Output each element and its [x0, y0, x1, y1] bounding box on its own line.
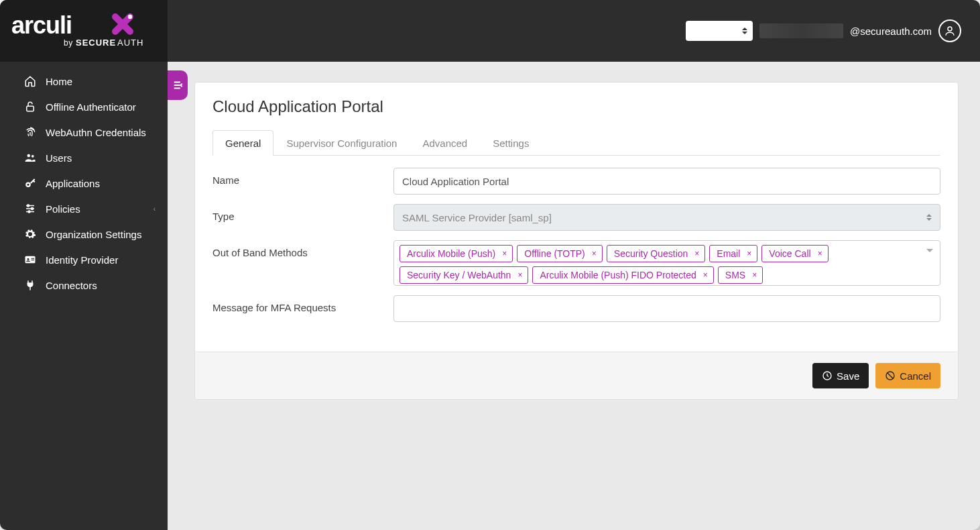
name-input[interactable]	[393, 168, 940, 195]
sidebar-item-offline-authenticator[interactable]: Offline Authenticator	[0, 94, 168, 119]
sidebar-item-organization-settings[interactable]: Organization Settings	[0, 221, 168, 247]
page-title: Cloud Application Portal	[212, 97, 940, 116]
oob-tag-label: Arculix Mobile (Push) FIDO Protected	[540, 270, 696, 280]
oob-label: Out of Band Methods	[212, 240, 393, 258]
tag-remove-icon[interactable]: ×	[818, 249, 822, 258]
svg-point-12	[32, 208, 34, 210]
clock-icon	[822, 370, 833, 381]
svg-rect-17	[32, 258, 35, 259]
id-card-icon	[24, 254, 36, 266]
chevron-down-icon	[926, 249, 933, 252]
svg-point-1	[128, 15, 132, 19]
sidebar-item-home[interactable]: Home	[0, 68, 168, 94]
form-footer: Save Cancel	[195, 352, 958, 399]
tag-remove-icon[interactable]: ×	[502, 249, 507, 258]
sidebar: Home Offline Authenticator WebAuthn Cred…	[0, 62, 168, 530]
name-label: Name	[212, 168, 393, 186]
sidebar-item-users[interactable]: Users	[0, 145, 168, 170]
sidebar-item-label: Identity Provider	[46, 254, 118, 266]
plug-icon	[24, 279, 36, 291]
svg-text:AUTH: AUTH	[117, 38, 143, 48]
sidebar-item-connectors[interactable]: Connectors	[0, 272, 168, 298]
tenant-dropdown[interactable]	[686, 21, 753, 41]
avatar[interactable]	[938, 19, 961, 42]
svg-point-5	[948, 27, 952, 31]
type-select: SAML Service Provider [saml_sp]	[393, 204, 940, 231]
svg-point-13	[28, 211, 30, 213]
sidebar-item-policies[interactable]: Policies ‹	[0, 196, 168, 221]
sidebar-item-applications[interactable]: Applications	[0, 170, 168, 196]
ban-icon	[885, 370, 896, 381]
sliders-icon	[24, 203, 36, 215]
sidebar-collapse-toggle[interactable]	[168, 70, 188, 100]
tag-remove-icon[interactable]: ×	[592, 249, 597, 258]
svg-point-7	[27, 154, 31, 158]
user-email-suffix: @secureauth.com	[850, 25, 932, 37]
svg-text:by: by	[64, 38, 73, 48]
home-icon	[24, 75, 36, 87]
tab-supervisor-configuration[interactable]: Supervisor Configuration	[273, 130, 410, 156]
oob-tag-label: SMS	[725, 270, 745, 280]
user-icon	[944, 25, 956, 37]
tag-remove-icon[interactable]: ×	[517, 270, 522, 280]
tabs: General Supervisor Configuration Advance…	[212, 129, 940, 156]
oob-methods-multiselect[interactable]: Arculix Mobile (Push)×Offline (TOTP)×Sec…	[393, 240, 940, 286]
type-label: Type	[212, 204, 393, 222]
tab-settings[interactable]: Settings	[480, 130, 542, 156]
oob-tag: Security Key / WebAuthn×	[400, 266, 528, 284]
cancel-button-label: Cancel	[900, 370, 931, 382]
chevron-updown-icon	[926, 214, 932, 221]
save-button-label: Save	[837, 370, 859, 382]
arculix-logo: arculi by SECURE AUTH	[10, 11, 158, 51]
oob-tag-label: Offline (TOTP)	[524, 248, 585, 259]
sidebar-item-identity-provider[interactable]: Identity Provider	[0, 247, 168, 272]
svg-point-14	[29, 233, 32, 235]
sidebar-item-label: Offline Authenticator	[46, 101, 136, 113]
cancel-button[interactable]: Cancel	[875, 363, 940, 388]
svg-point-16	[27, 258, 29, 260]
oob-tag-label: Security Question	[614, 248, 688, 259]
sidebar-item-webauthn-credentials[interactable]: WebAuthn Credentials	[0, 119, 168, 145]
redacted-username	[759, 23, 843, 38]
oob-tag: Email×	[709, 245, 757, 262]
top-right: @secureauth.com	[686, 19, 961, 42]
oob-tag: Arculix Mobile (Push) FIDO Protected×	[532, 266, 713, 284]
tag-remove-icon[interactable]: ×	[694, 249, 699, 258]
svg-point-11	[27, 205, 29, 207]
logo: arculi by SECURE AUTH	[0, 0, 168, 62]
chevron-left-icon: ‹	[154, 205, 156, 213]
collapse-icon	[172, 79, 184, 91]
oob-tag: Security Question×	[607, 245, 706, 262]
oob-tag: Offline (TOTP)×	[517, 245, 603, 262]
sidebar-item-label: WebAuthn Credentials	[46, 127, 146, 138]
oob-tag: Arculix Mobile (Push)×	[400, 245, 513, 262]
oob-tag: SMS×	[718, 266, 763, 284]
svg-text:SECURE: SECURE	[76, 38, 116, 48]
lock-open-icon	[24, 101, 36, 113]
tag-remove-icon[interactable]: ×	[752, 270, 757, 280]
tab-advanced[interactable]: Advanced	[410, 130, 480, 156]
type-value: SAML Service Provider [saml_sp]	[402, 212, 552, 223]
fingerprint-icon	[24, 126, 36, 138]
top-bar: arculi by SECURE AUTH @secureauth.com	[0, 0, 980, 62]
svg-point-10	[27, 184, 29, 186]
tag-remove-icon[interactable]: ×	[747, 249, 751, 258]
form-card: Cloud Application Portal General Supervi…	[194, 82, 959, 400]
sidebar-item-label: Home	[46, 76, 72, 87]
sidebar-item-label: Users	[46, 152, 72, 164]
mfa-message-label: Message for MFA Requests	[212, 295, 393, 313]
oob-tag-label: Email	[717, 248, 740, 259]
save-button[interactable]: Save	[812, 363, 869, 388]
mfa-message-input[interactable]	[393, 295, 940, 322]
chevron-updown-icon	[742, 28, 747, 34]
body: Home Offline Authenticator WebAuthn Cred…	[0, 62, 980, 530]
main-content: Cloud Application Portal General Supervi…	[168, 62, 980, 530]
gear-icon	[24, 228, 36, 240]
svg-rect-18	[32, 260, 35, 260]
tag-remove-icon[interactable]: ×	[703, 270, 708, 280]
svg-rect-6	[27, 106, 34, 111]
tab-general[interactable]: General	[212, 130, 273, 156]
sidebar-item-label: Organization Settings	[46, 229, 141, 240]
oob-tag-label: Voice Call	[769, 248, 810, 259]
svg-point-8	[32, 155, 34, 158]
